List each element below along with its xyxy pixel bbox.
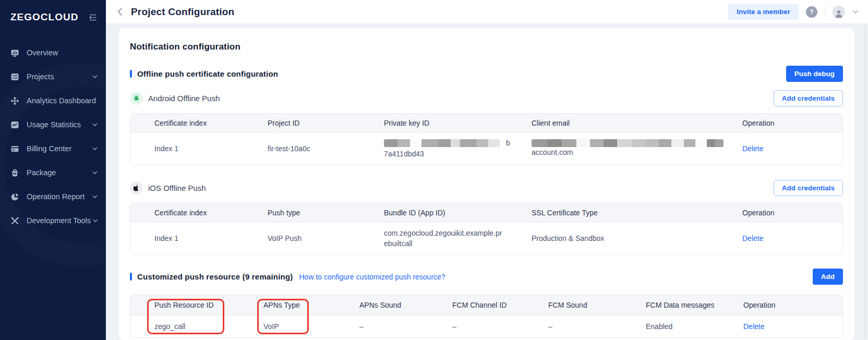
section-accent-bar — [130, 70, 132, 78]
cell-push-type: VoIP Push — [268, 234, 384, 242]
sidebar-item-billing-center[interactable]: Billing Center — [0, 137, 106, 161]
col-operation: Operation — [743, 301, 832, 309]
sidebar-item-projects[interactable]: Projects — [0, 65, 106, 89]
chevron-down-icon — [92, 123, 98, 127]
col-project-id: Project ID — [268, 119, 384, 127]
sidebar-nav: Overview Projects Analytics Dashboard — [0, 41, 106, 233]
col-fcm-data-messages: FCM Data messages — [646, 301, 743, 309]
cell-apns-type: VoIP — [263, 322, 359, 331]
section-heading: Notification configuration — [130, 42, 843, 52]
operation-report-icon — [10, 192, 19, 201]
package-icon — [10, 168, 19, 177]
sidebar-item-operation-report[interactable]: Operation Report — [0, 185, 106, 209]
app-root: ZEGOCLOUD Overview Projects — [0, 0, 868, 340]
ios-delete-link[interactable]: Delete — [742, 234, 832, 242]
col-apns-type: APNs Type — [263, 301, 359, 309]
development-tools-icon — [10, 216, 19, 225]
ios-add-credentials-button[interactable]: Add credentials — [774, 180, 843, 196]
col-operation: Operation — [742, 119, 832, 127]
android-add-credentials-button[interactable]: Add credentials — [774, 90, 843, 106]
android-offline-push-label: Android Offline Push — [148, 94, 220, 103]
android-icon — [130, 92, 143, 105]
redacted-client-email — [532, 139, 724, 147]
cell-project-id: fir-test-10a0c — [268, 144, 384, 153]
sidebar-item-label: Usage Statistics — [27, 120, 90, 129]
page-title: Project Configuration — [131, 6, 234, 18]
android-table-row: Index 1 fir-test-10a0c b 7a411dbd43 acco… — [130, 132, 842, 165]
col-client-email: Client email — [532, 119, 742, 127]
android-push-table: Certificate index Project ID Private key… — [130, 113, 843, 165]
sidebar-item-usage-statistics[interactable]: Usage Statistics — [0, 113, 106, 137]
customized-push-help-link[interactable]: How to configure customized push resourc… — [299, 273, 445, 281]
sidebar-item-analytics-dashboard[interactable]: Analytics Dashboard — [0, 89, 106, 113]
cell-private-key-id: b 7a411dbd43 — [384, 138, 532, 160]
offline-push-section-header: Offline push certificate configuration P… — [130, 66, 843, 82]
android-table-header: Certificate index Project ID Private key… — [130, 114, 842, 132]
offline-push-section-title: Offline push certificate configuration — [137, 69, 278, 78]
customized-table-row: zego_call VoIP – – – Enabled Delete — [130, 315, 842, 337]
scrollbar[interactable] — [864, 25, 867, 339]
cell-certificate-index: Index 1 — [154, 144, 268, 153]
content-area: Notification configuration Offline push … — [106, 24, 868, 340]
help-icon[interactable]: ? — [806, 6, 817, 18]
back-button[interactable] — [117, 7, 123, 16]
col-push-type: Push type — [268, 209, 384, 217]
account-chevron-down-icon[interactable] — [852, 10, 859, 14]
sidebar-item-label: Package — [27, 168, 90, 177]
analytics-dashboard-icon — [10, 96, 19, 105]
sidebar-item-label: Overview — [27, 48, 98, 57]
cell-push-resource-id: zego_call — [154, 322, 263, 331]
cell-certificate-index: Index 1 — [154, 234, 268, 242]
redacted-private-key — [384, 139, 500, 147]
customized-table-header: Push Resource ID APNs Type APNs Sound FC… — [130, 295, 842, 315]
col-operation: Operation — [742, 209, 832, 217]
billing-center-icon — [10, 144, 19, 153]
android-delete-link[interactable]: Delete — [742, 144, 832, 153]
section-accent-bar — [130, 273, 132, 281]
col-private-key-id: Private key ID — [384, 119, 532, 127]
chevron-down-icon — [92, 147, 98, 151]
cell-bundle-id: com.zegocloud.zegouikit.example.prebuilt… — [384, 228, 504, 249]
cell-fcm-sound: – — [548, 322, 646, 331]
ios-offline-push-label: iOS Offline Push — [148, 184, 206, 192]
col-push-resource-id: Push Resource ID — [154, 301, 263, 309]
customized-push-section-title: Customized push resource (9 remaining) — [137, 272, 293, 281]
sidebar: ZEGOCLOUD Overview Projects — [0, 0, 106, 340]
push-debug-button[interactable]: Push debug — [786, 66, 843, 82]
ios-table-row: Index 1 VoIP Push com.zegocloud.zegouiki… — [130, 222, 842, 254]
customized-delete-link[interactable]: Delete — [743, 322, 832, 331]
sidebar-item-label: Analytics Dashboard — [27, 96, 98, 105]
avatar[interactable] — [833, 6, 845, 18]
chevron-down-icon — [93, 219, 98, 223]
sidebar-logo-row: ZEGOCLOUD — [0, 0, 106, 33]
ios-offline-push-row: iOS Offline Push Add credentials — [130, 180, 843, 196]
add-push-resource-button[interactable]: Add — [813, 269, 843, 285]
col-ssl-certificate-type: SSL Certificate Type — [532, 209, 742, 217]
usage-statistics-icon — [10, 120, 19, 129]
col-certificate-index: Certificate index — [154, 209, 268, 217]
ios-table-header: Certificate index Push type Bundle ID (A… — [130, 203, 842, 222]
col-fcm-channel-id: FCM Channel ID — [452, 301, 548, 309]
col-apns-sound: APNs Sound — [359, 301, 452, 309]
projects-icon — [10, 72, 19, 81]
col-fcm-sound: FCM Sound — [548, 301, 646, 309]
notification-config-card: Notification configuration Offline push … — [118, 28, 854, 340]
cell-apns-sound: – — [359, 322, 452, 331]
cell-fcm-data-messages: Enabled — [646, 322, 743, 331]
sidebar-item-label: Development Tools — [27, 216, 91, 225]
apple-icon — [130, 181, 143, 195]
sidebar-item-development-tools[interactable]: Development Tools — [0, 209, 106, 233]
cell-client-email: account.com — [532, 139, 742, 158]
collapse-sidebar-icon[interactable] — [89, 13, 98, 22]
invite-member-button[interactable]: Invite a member — [728, 4, 799, 20]
chevron-down-icon — [92, 75, 98, 79]
top-header: Project Configuration Invite a member ? — [106, 0, 868, 24]
header-divider — [825, 7, 825, 17]
sidebar-item-package[interactable]: Package — [0, 161, 106, 185]
customized-push-table: Push Resource ID APNs Type APNs Sound FC… — [130, 294, 843, 338]
zegocloud-logo[interactable]: ZEGOCLOUD — [10, 11, 78, 23]
cell-ssl-certificate-type: Production & Sandbox — [532, 234, 742, 242]
customized-push-section-header: Customized push resource (9 remaining) H… — [130, 269, 843, 285]
chevron-down-icon — [92, 171, 98, 175]
sidebar-item-overview[interactable]: Overview — [0, 41, 106, 65]
